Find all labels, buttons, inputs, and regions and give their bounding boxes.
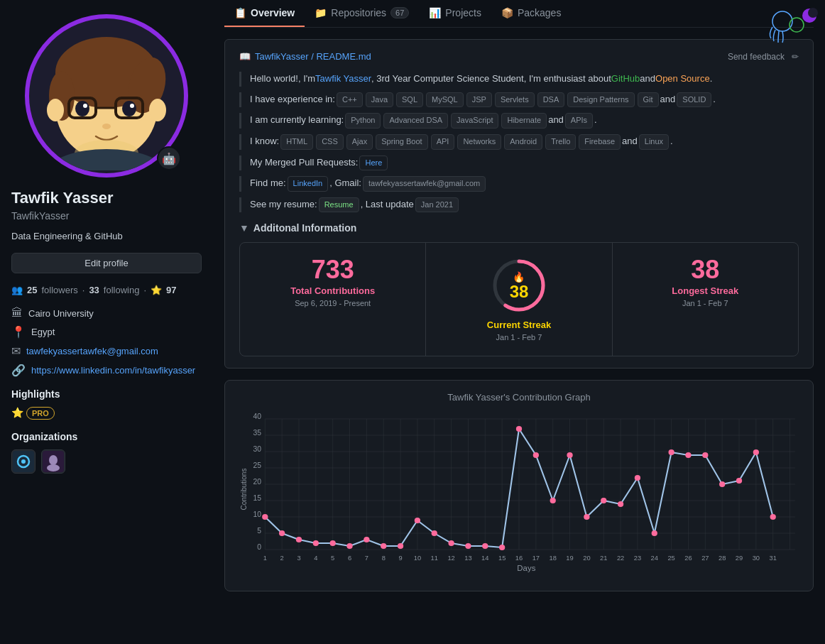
name-link[interactable]: Tawfik Yasser [315,72,371,87]
packages-label: Packages [518,7,561,18]
svg-text:16: 16 [515,555,523,562]
dot-25 [668,449,674,455]
dot-20 [584,514,589,520]
svg-text:28: 28 [719,555,726,562]
dot-11 [432,530,437,536]
org-avatar-2[interactable] [41,449,65,474]
info-location: 🏛 Cairo University [11,307,202,320]
dot-6 [346,543,352,549]
tag-trello: Trello [545,134,576,150]
tag-git: Git [638,92,659,108]
total-contributions-label: Total Contributions [251,285,414,296]
svg-text:Days: Days [517,564,535,573]
svg-text:27: 27 [701,555,709,562]
dot-12 [448,540,454,546]
total-contributions-card: 733 Total Contributions Sep 6, 2019 - Pr… [240,243,426,356]
resume-link[interactable]: Resume [319,197,359,213]
opensource-link[interactable]: Open Source [655,72,710,87]
highlights-heading: Highlights [11,388,202,400]
longest-streak-value: 38 [624,257,787,283]
dot-19 [567,452,572,458]
svg-text:29: 29 [736,555,743,562]
current-streak-card: 🔥 38 Current Streak Jan 1 - Feb 7 [426,243,612,356]
svg-text:10: 10 [253,511,262,519]
readme-line-4: I know: HTML CSS Ajax Spring Boot API Ne… [239,134,799,150]
svg-text:13: 13 [464,555,471,562]
following-count[interactable]: 33 [89,285,99,295]
total-contributions-sub: Sep 6, 2019 - Present [251,299,414,307]
email-link[interactable]: tawfekyassertawfek@gmail.com [26,346,158,356]
tag-networks: Networks [457,134,501,150]
svg-point-21 [49,455,58,465]
svg-text:21: 21 [600,555,607,562]
tab-projects[interactable]: 📊 Projects [419,0,491,27]
tag-linux: Linux [639,134,669,150]
tag-solid: SOLID [677,92,711,108]
dot-9 [398,543,403,549]
tag-python: Python [345,113,381,129]
svg-point-16 [50,149,163,170]
avatar-badge: 🤖 [157,146,181,170]
tag-javascript: JavaScript [451,113,498,129]
dot-24 [652,530,657,536]
svg-text:15: 15 [498,555,506,562]
stars-count[interactable]: 97 [166,285,176,295]
star-icon: ⭐ [151,285,162,295]
stats-row: 👥 25 followers · 33 following · ⭐ 97 [11,285,202,295]
stats-cards: 733 Total Contributions Sep 6, 2019 - Pr… [239,242,799,356]
tag-mysql: MySQL [426,92,464,108]
profile-name: Tawfik Yasser [11,189,202,207]
org-avatar-ring[interactable] [11,449,35,474]
current-streak-sub: Jan 1 - Feb 7 [437,333,600,342]
tag-java: Java [366,92,393,108]
highlights-content: ⭐ PRO [11,407,202,420]
svg-text:10: 10 [414,555,421,562]
pull-requests-link[interactable]: Here [359,155,388,171]
readme-header: 📖 TawfikYasser / README.md Send feedback… [239,51,799,62]
graph-area: 0 5 10 15 20 25 30 35 40 [239,411,799,577]
overview-icon: 📋 [234,7,246,18]
svg-text:11: 11 [431,555,438,562]
dot-23 [635,475,640,481]
overview-label: Overview [251,7,295,18]
tag-cpp: C++ [337,92,363,108]
info-website: 🔗 https://www.linkedin.com/in/tawfikyass… [11,364,202,377]
edit-profile-button[interactable]: Edit profile [11,253,202,273]
tag-firebase: Firebase [579,134,621,150]
svg-text:17: 17 [532,555,540,562]
svg-text:0: 0 [257,544,261,552]
current-streak-label: Current Streak [437,320,600,330]
additional-info-header[interactable]: ▼ Additonal Information [239,222,799,234]
tab-repositories[interactable]: 📁 Repositories 67 [305,0,419,27]
readme-line-2: I have experience in: C++ Java SQL MySQL… [239,92,799,108]
svg-text:30: 30 [253,446,262,454]
projects-icon: 📊 [429,7,441,18]
edit-icon[interactable]: ✏ [792,52,799,62]
tag-ajax: Ajax [346,134,373,150]
readme-section: 📖 TawfikYasser / README.md Send feedback… [224,39,814,369]
website-link[interactable]: https://www.linkedin.com/in/tawfikyasser [31,365,195,376]
svg-text:25: 25 [667,555,674,562]
tab-overview[interactable]: 📋 Overview [224,0,305,27]
svg-point-10 [75,101,89,116]
readme-repo-link[interactable]: TawfikYasser / README.md [255,51,371,62]
repositories-count: 67 [390,7,409,18]
readme-title: 📖 TawfikYasser / README.md [239,51,371,62]
contribution-graph-title: Tawfik Yasser's Contribution Graph [239,392,799,403]
svg-text:12: 12 [447,555,454,562]
followers-count[interactable]: 25 [27,285,37,295]
svg-point-11 [122,101,136,116]
gmail-tag: tawfekyassertawfek@gmail.com [363,176,486,192]
longest-streak-card: 38 Longest Streak Jan 1 - Feb 7 [613,243,798,356]
github-link[interactable]: GitHub [611,72,640,87]
repositories-label: Repositories [331,7,386,18]
longest-streak-sub: Jan 1 - Feb 7 [624,299,787,307]
tab-packages[interactable]: 📦 Packages [491,0,571,27]
dot-16 [516,426,522,432]
readme-line-3: I am currently learning: Python Advanced… [239,113,799,129]
send-feedback-link[interactable]: Send feedback [728,52,785,62]
readme-line-5: My Merged Pull Requests: Here [239,155,799,171]
svg-point-13 [130,104,134,108]
svg-point-12 [83,104,87,108]
linkedin-link[interactable]: LinkedIn [288,176,329,192]
